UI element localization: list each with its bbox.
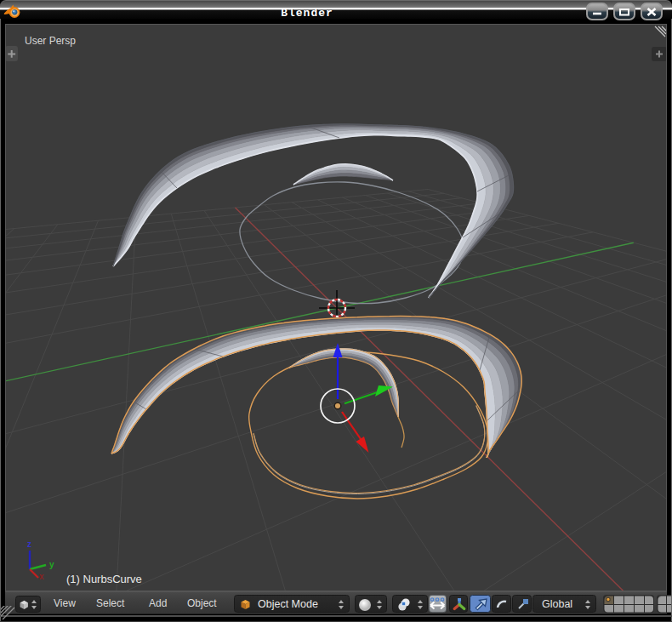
svg-text:(1) NurbsCurve: (1) NurbsCurve bbox=[66, 573, 142, 585]
svg-text:z: z bbox=[27, 539, 31, 549]
svg-text:x: x bbox=[39, 572, 44, 581]
svg-text:y: y bbox=[49, 560, 54, 569]
svg-text:User Persp: User Persp bbox=[25, 35, 76, 47]
